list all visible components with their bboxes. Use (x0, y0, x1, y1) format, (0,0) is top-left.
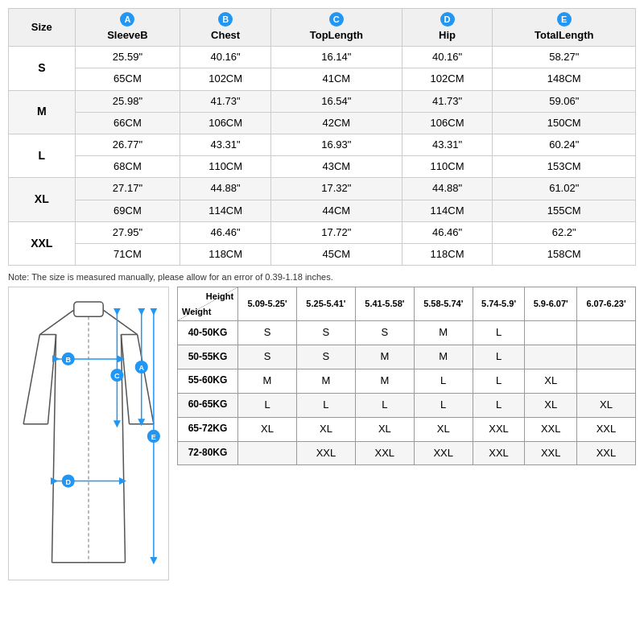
height-header: 5.74-5.9' (473, 287, 525, 321)
size-value-cm: 114CM (402, 200, 493, 221)
size-value-inches: 44.88" (180, 178, 271, 200)
size-recommendation: S (238, 345, 297, 369)
size-value-inches: 43.31" (402, 134, 493, 155)
size-value-cm: 42CM (271, 112, 402, 134)
size-recommendation: XXL (525, 417, 577, 441)
size-value-cm: 68CM (75, 156, 180, 178)
size-recommendation: M (414, 321, 473, 345)
height-label: Height (206, 291, 233, 302)
size-recommendation: S (355, 321, 414, 345)
size-value-inches: 44.88" (402, 178, 493, 200)
size-value-inches: 16.93" (271, 134, 402, 155)
size-value-inches: 40.16" (402, 47, 493, 68)
svg-line-1 (39, 310, 73, 334)
size-value-inches: 62.2" (493, 221, 636, 243)
size-value-inches: 16.54" (271, 90, 402, 112)
size-value-cm: 71CM (75, 243, 180, 265)
size-value-cm: 102CM (402, 68, 493, 90)
size-recommendation: XL (414, 417, 473, 441)
svg-text:B: B (65, 356, 71, 364)
size-value-inches: 25.98" (75, 90, 180, 112)
size-label: L (9, 134, 76, 177)
size-value-inches: 27.95" (75, 221, 180, 243)
size-recommendation: S (238, 321, 297, 345)
size-label: XXL (9, 221, 76, 265)
size-value-cm: 66CM (75, 112, 180, 134)
size-value-inches: 46.46" (180, 221, 271, 243)
wh-corner-header: Height Weight (178, 287, 238, 321)
weight-height-table: Height Weight 5.09-5.25'5.25-5.41'5.41-5… (177, 287, 636, 465)
size-recommendation (577, 345, 636, 369)
size-value-inches: 17.32" (271, 178, 402, 200)
size-recommendation: XXL (525, 441, 577, 465)
size-value-cm: 110CM (402, 156, 493, 178)
size-recommendation (525, 345, 577, 369)
size-recommendation: XL (296, 417, 355, 441)
size-recommendation: M (355, 369, 414, 393)
size-recommendation: XXL (473, 417, 525, 441)
size-value-inches: 58.27" (493, 47, 636, 68)
size-recommendation: L (414, 393, 473, 417)
height-header: 5.9-6.07' (525, 287, 577, 321)
col-header-b: B Chest (180, 9, 271, 47)
svg-text:D: D (65, 478, 71, 486)
size-recommendation: XL (525, 369, 577, 393)
size-recommendation: L (414, 369, 473, 393)
svg-line-3 (23, 335, 39, 424)
letter-d-badge: D (440, 12, 455, 27)
svg-text:C: C (114, 372, 120, 380)
bottom-section: A B C D E (0, 287, 644, 588)
size-value-inches: 40.16" (180, 47, 271, 68)
size-value-inches: 41.73" (180, 90, 271, 112)
size-recommendation: XXL (296, 441, 355, 465)
size-recommendation: XXL (577, 441, 636, 465)
height-header: 5.41-5.58' (355, 287, 414, 321)
size-recommendation (525, 321, 577, 345)
size-value-inches: 59.06" (493, 90, 636, 112)
size-value-cm: 44CM (271, 200, 402, 221)
size-recommendation: M (414, 345, 473, 369)
size-value-cm: 150CM (493, 112, 636, 134)
top-table-section: Size A SleeveB B Chest C TopLength D Hip (0, 0, 644, 269)
size-recommendation (238, 441, 297, 465)
size-value-cm: 41CM (271, 68, 402, 90)
size-recommendation (577, 321, 636, 345)
size-recommendation: XXL (355, 441, 414, 465)
col-header-c: C TopLength (271, 9, 402, 47)
col-header-a: A SleeveB (75, 9, 180, 47)
size-recommendation: XL (238, 417, 297, 441)
svg-text:E: E (151, 433, 156, 441)
height-header: 5.25-5.41' (296, 287, 355, 321)
weight-label-cell: 60-65KG (178, 393, 238, 417)
size-label: M (9, 90, 76, 134)
height-header: 6.07-6.23' (577, 287, 636, 321)
size-value-cm: 155CM (493, 200, 636, 221)
svg-line-7 (138, 335, 154, 424)
size-value-cm: 153CM (493, 156, 636, 178)
letter-b-badge: B (218, 12, 233, 27)
size-recommendation: M (296, 369, 355, 393)
size-recommendation: XL (577, 393, 636, 417)
size-value-cm: 106CM (402, 112, 493, 134)
size-value-inches: 17.72" (271, 221, 402, 243)
letter-e-badge: E (557, 12, 572, 27)
size-recommendation: XL (525, 393, 577, 417)
size-value-inches: 61.02" (493, 178, 636, 200)
weight-label-cell: 65-72KG (178, 417, 238, 441)
letter-a-badge: A (120, 12, 134, 27)
weight-label-cell: 72-80KG (178, 441, 238, 465)
size-recommendation: S (296, 345, 355, 369)
size-recommendation: XXL (473, 441, 525, 465)
size-recommendation: L (473, 369, 525, 393)
size-value-cm: 43CM (271, 156, 402, 178)
size-recommendation: L (473, 345, 525, 369)
size-label: S (9, 47, 76, 90)
size-recommendation: L (355, 393, 414, 417)
size-value-inches: 25.59" (75, 47, 180, 68)
weight-label-cell: 55-60KG (178, 369, 238, 393)
size-value-inches: 60.24" (493, 134, 636, 155)
size-note: Note: The size is measured manually, ple… (0, 269, 644, 287)
letter-c-badge: C (329, 12, 344, 27)
size-value-cm: 118CM (180, 243, 271, 265)
size-recommendation: XXL (577, 417, 636, 441)
